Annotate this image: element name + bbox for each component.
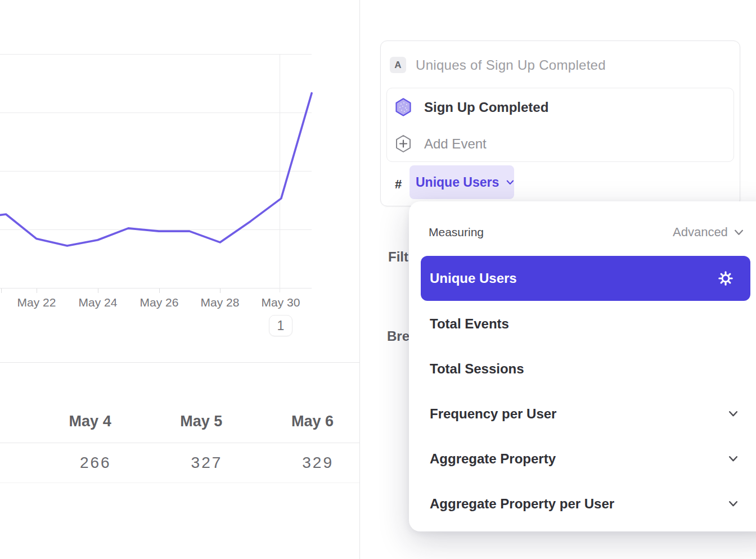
x-axis-label: May 22 [17, 296, 56, 309]
menu-item-label: Frequency per User [430, 406, 556, 422]
gear-icon[interactable] [718, 271, 734, 286]
chevron-down-icon [728, 501, 738, 507]
menu-item-total-events[interactable]: Total Events [421, 301, 750, 346]
chevron-down-icon [728, 411, 738, 417]
event-card: Sign Up Completed Add Event [386, 88, 734, 162]
menu-item-frequency-per-user[interactable]: Frequency per User [421, 391, 750, 436]
table-header-cell: May 4 [0, 413, 111, 430]
event-row[interactable]: Sign Up Completed [424, 98, 548, 116]
menu-item-unique-users[interactable]: Unique Users [421, 256, 750, 301]
measure-hash-symbol: # [395, 177, 402, 192]
table-row-divider [0, 483, 360, 483]
table-row: 266 327 329 [0, 443, 360, 483]
chevron-down-icon [734, 229, 744, 236]
table-value-cell: 266 [0, 454, 111, 472]
advanced-mode-label: Advanced [673, 225, 728, 240]
menu-item-label: Total Events [430, 316, 509, 332]
menu-item-aggregate-property-per-user[interactable]: Aggregate Property per User [421, 481, 750, 526]
menu-item-total-sessions[interactable]: Total Sessions [421, 346, 750, 391]
breakdown-section-label: Bre [387, 328, 410, 344]
measurement-pill-label: Unique Users [416, 175, 499, 190]
annotation-marker-badge[interactable]: 1 [269, 315, 292, 336]
measuring-dropdown-menu: Measuring Advanced Unique Users Total Ev… [409, 201, 756, 531]
measuring-menu-title: Measuring [429, 224, 484, 241]
table-value-cell: 329 [222, 454, 334, 472]
menu-item-label: Aggregate Property per User [430, 496, 614, 512]
panel-divider [359, 0, 360, 559]
measurement-dropdown-pill[interactable]: Unique Users [410, 165, 514, 199]
table-header-cell: May 6 [222, 413, 334, 430]
metric-title: Uniques of Sign Up Completed [416, 57, 606, 74]
table-header-row: May 4 May 5 May 6 [0, 363, 360, 443]
signups-line [0, 93, 312, 246]
chevron-down-icon [728, 456, 738, 462]
menu-item-label: Total Sessions [430, 361, 524, 377]
menu-item-label: Unique Users [430, 271, 517, 286]
line-chart [0, 0, 360, 315]
x-axis-label: May 30 [262, 296, 300, 309]
x-axis-label: May 24 [79, 296, 118, 309]
add-event-button[interactable]: Add Event [424, 134, 487, 153]
table-value-cell: 327 [111, 454, 223, 472]
x-axis-label: May 28 [201, 296, 240, 309]
plus-hexagon-icon[interactable] [395, 134, 412, 153]
menu-item-aggregate-property[interactable]: Aggregate Property [421, 436, 750, 481]
series-letter-badge[interactable]: A [390, 57, 406, 73]
advanced-mode-toggle[interactable]: Advanced [673, 224, 744, 241]
metric-query-card: A Uniques of Sign Up Completed Sign Up C… [380, 40, 740, 206]
x-axis-label: May 26 [140, 296, 179, 309]
hexagon-icon [395, 98, 412, 116]
menu-item-label: Aggregate Property [430, 451, 556, 467]
filter-section-label: Filt [388, 249, 408, 265]
table-header-cell: May 5 [111, 413, 223, 430]
chevron-down-icon [506, 179, 514, 186]
